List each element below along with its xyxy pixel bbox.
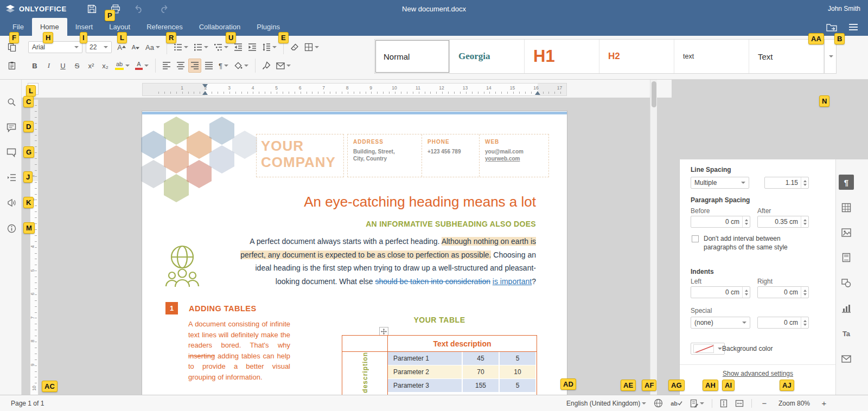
first-line-indent-marker[interactable]: [202, 84, 208, 88]
chat-button[interactable]: [5, 146, 17, 158]
clear-style-button[interactable]: [288, 40, 301, 54]
user-name[interactable]: John Smith: [828, 0, 860, 18]
spinner-arrows[interactable]: [801, 216, 808, 227]
search-button[interactable]: [5, 96, 17, 108]
tab-references[interactable]: References: [138, 18, 190, 36]
textart-settings-tab[interactable]: Ta: [839, 326, 854, 341]
redo-button[interactable]: [157, 3, 169, 15]
style-1-georgia[interactable]: Georgia: [450, 40, 525, 73]
zoom-in-button[interactable]: +: [819, 399, 829, 408]
special-by-spinner[interactable]: 0 cm: [757, 317, 809, 329]
style-5-text[interactable]: Text: [749, 40, 824, 73]
spacing-after-spinner[interactable]: 0.35 cm: [757, 216, 809, 228]
spinner-arrows[interactable]: [742, 216, 750, 227]
bold-button[interactable]: B: [28, 59, 41, 73]
zoom-value[interactable]: Zoom 80%: [777, 400, 812, 407]
set-document-language-button[interactable]: [654, 399, 663, 408]
multilevel-list-button[interactable]: [212, 40, 231, 54]
scrollbar-thumb[interactable]: [652, 81, 656, 107]
show-advanced-settings-link[interactable]: Show advanced settings: [680, 370, 836, 377]
indent-left-spinner[interactable]: 0 cm: [691, 286, 750, 298]
strikethrough-button[interactable]: S: [71, 59, 84, 73]
chart-settings-tab[interactable]: [839, 301, 854, 316]
align-justify-button[interactable]: [202, 59, 215, 73]
borders-button[interactable]: [302, 40, 321, 54]
italic-button[interactable]: I: [42, 59, 55, 73]
same-style-interval-checkbox[interactable]: [692, 235, 699, 242]
open-file-location-button[interactable]: [826, 21, 838, 33]
line-spacing-amount-spinner[interactable]: 1.15: [764, 177, 809, 189]
navigation-button[interactable]: [5, 171, 17, 183]
increase-font-button[interactable]: A: [115, 40, 128, 54]
align-right-button[interactable]: [188, 59, 201, 73]
highlight-color-button[interactable]: ab: [113, 59, 132, 73]
track-changes-button[interactable]: [690, 399, 704, 408]
tab-home[interactable]: Home: [32, 18, 67, 36]
headerfooter-settings-tab[interactable]: [839, 250, 854, 265]
language-selector[interactable]: English (United Kingdom): [566, 400, 646, 407]
paste-button[interactable]: [5, 59, 18, 73]
vertical-ruler[interactable]: 12345678910: [30, 99, 39, 395]
tab-file[interactable]: File: [4, 18, 32, 36]
nonprinting-characters-button[interactable]: ¶: [216, 59, 231, 73]
tab-layout[interactable]: Layout: [101, 18, 138, 36]
mail-merge-button[interactable]: [274, 59, 293, 73]
font-color-button[interactable]: A: [133, 59, 151, 73]
styles-gallery-expand-button[interactable]: [825, 39, 837, 74]
numbering-button[interactable]: [192, 40, 210, 54]
background-color-button[interactable]: [691, 343, 725, 355]
font-name-select[interactable]: Arial: [28, 41, 82, 53]
decrease-indent-button[interactable]: [232, 40, 245, 54]
line-spacing-button[interactable]: [260, 40, 279, 54]
tab-collaboration[interactable]: Collaboration: [191, 18, 249, 36]
fit-page-button[interactable]: [720, 399, 727, 408]
underline-button[interactable]: U: [56, 59, 69, 73]
change-case-button[interactable]: Aa: [143, 40, 162, 54]
paragraph-settings-tab[interactable]: ¶: [839, 175, 854, 190]
spinner-arrows[interactable]: [801, 287, 808, 298]
document-table[interactable]: Text description Text description Parame…: [342, 335, 537, 395]
align-center-button[interactable]: [174, 59, 187, 73]
view-settings-button[interactable]: [847, 21, 859, 33]
line-spacing-select[interactable]: Multiple: [691, 177, 749, 189]
spellcheck-button[interactable]: ab: [671, 400, 682, 407]
shape-settings-tab[interactable]: [839, 275, 854, 291]
superscript-button[interactable]: x²: [85, 59, 98, 73]
comments-button[interactable]: [5, 121, 17, 133]
decrease-font-button[interactable]: A: [129, 40, 142, 54]
about-button[interactable]: [5, 222, 17, 234]
increase-indent-button[interactable]: [246, 40, 259, 54]
shading-button[interactable]: [232, 59, 251, 73]
undo-button[interactable]: [133, 3, 145, 15]
spinner-arrows[interactable]: [801, 177, 808, 188]
bullets-button[interactable]: [171, 40, 190, 54]
spinner-arrows[interactable]: [742, 287, 750, 298]
table-settings-tab[interactable]: [839, 200, 854, 215]
feedback-button[interactable]: [5, 197, 17, 209]
document-page[interactable]: YOUR COMPANY ADDRESS Building, Street, C…: [142, 111, 567, 395]
style-3-h2[interactable]: H2: [599, 40, 674, 73]
copy-button[interactable]: [5, 40, 18, 54]
right-indent-marker[interactable]: [535, 91, 540, 95]
left-indent-marker[interactable]: [202, 91, 208, 95]
image-settings-tab[interactable]: [839, 225, 854, 240]
tab-stop-selector[interactable]: L: [28, 83, 39, 95]
document-scrollbar[interactable]: [650, 80, 657, 395]
indent-right-spinner[interactable]: 0 cm: [757, 286, 809, 298]
page-indicator[interactable]: Page 1 of 1: [11, 400, 44, 407]
print-button[interactable]: [110, 3, 122, 15]
tab-plugins[interactable]: Plugins: [248, 18, 288, 36]
spinner-arrows[interactable]: [801, 317, 808, 328]
zoom-out-button[interactable]: −: [760, 399, 769, 408]
subscript-button[interactable]: x₂: [99, 59, 112, 73]
save-button[interactable]: [86, 3, 98, 15]
style-4-text[interactable]: text: [674, 40, 749, 73]
font-size-select[interactable]: 22: [86, 41, 112, 53]
style-0-normal[interactable]: Normal: [375, 40, 450, 73]
style-2-h1[interactable]: H1: [525, 40, 599, 73]
align-left-button[interactable]: [160, 59, 173, 73]
spacing-before-spinner[interactable]: 0 cm: [691, 216, 750, 228]
tab-insert[interactable]: Insert: [67, 18, 101, 36]
copy-style-button[interactable]: [260, 59, 273, 73]
horizontal-ruler[interactable]: 1234567891011121314151617: [142, 83, 567, 96]
